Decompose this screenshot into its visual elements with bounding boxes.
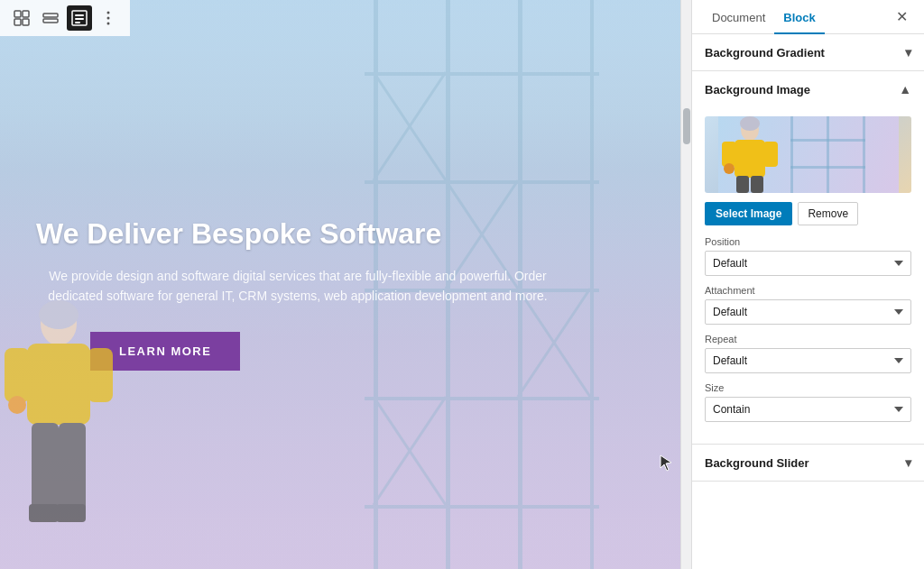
svg-rect-21: [365, 505, 599, 509]
svg-rect-45: [790, 166, 865, 169]
svg-rect-49: [722, 142, 736, 167]
svg-rect-42: [827, 116, 829, 193]
repeat-field-group: Repeat Default No Repeat Tile Tile Horiz…: [705, 334, 911, 373]
section-background-image-body: Select Image Remove Position Default Cen…: [692, 107, 924, 444]
svg-rect-1: [23, 11, 29, 17]
svg-rect-3: [23, 19, 29, 25]
svg-rect-38: [29, 504, 59, 522]
repeat-label: Repeat: [705, 334, 911, 344]
svg-rect-32: [27, 344, 90, 425]
person-figure: [0, 298, 117, 569]
layout-icon-grid[interactable]: [9, 5, 34, 31]
position-select[interactable]: Default Center Center Top Left Top Cente…: [705, 251, 911, 276]
select-image-button[interactable]: Select Image: [705, 202, 792, 225]
position-label: Position: [705, 236, 911, 247]
panel-content: Background Gradient ▾ Background Image ▲: [692, 34, 924, 569]
chevron-gradient-icon: ▾: [905, 45, 911, 60]
editor-area: We Deliver Bespoke Software We provide d…: [0, 0, 680, 569]
svg-point-47: [740, 116, 760, 131]
repeat-select[interactable]: Default No Repeat Tile Tile Horizontally…: [705, 348, 911, 373]
position-field-group: Position Default Center Center Top Left …: [705, 236, 911, 276]
section-background-slider: Background Slider ▾: [692, 445, 924, 482]
background-image-preview: [705, 116, 911, 193]
section-background-image-header[interactable]: Background Image ▲: [692, 71, 924, 107]
hero-section: We Deliver Bespoke Software We provide d…: [0, 0, 680, 569]
right-panel: Document Block ✕ Background Gradient ▾ B…: [691, 0, 924, 569]
svg-rect-53: [751, 176, 763, 193]
more-options-icon[interactable]: [96, 5, 121, 31]
svg-rect-20: [365, 397, 599, 400]
svg-rect-0: [14, 11, 21, 17]
chevron-slider-icon: ▾: [905, 455, 911, 470]
attachment-select[interactable]: Default Scroll Fixed: [705, 299, 911, 325]
hero-title: We Deliver Bespoke Software: [36, 216, 559, 251]
scrollbar-thumb[interactable]: [683, 108, 690, 144]
svg-rect-44: [790, 139, 865, 142]
panel-tabs: Document Block ✕: [692, 0, 924, 34]
block-toolbar: [0, 0, 130, 36]
svg-point-10: [107, 12, 110, 14]
preview-inner: [705, 116, 911, 193]
svg-rect-18: [365, 180, 599, 184]
layout-icon-row[interactable]: [38, 5, 63, 31]
svg-point-11: [107, 17, 110, 20]
chevron-image-icon: ▲: [899, 82, 911, 96]
svg-rect-36: [32, 423, 59, 513]
layout-icon-block[interactable]: [67, 5, 92, 31]
svg-rect-5: [43, 19, 58, 23]
remove-image-button[interactable]: Remove: [798, 202, 858, 225]
svg-rect-39: [56, 504, 86, 522]
attachment-label: Attachment: [705, 285, 911, 296]
svg-point-31: [39, 300, 79, 329]
size-label: Size: [705, 382, 911, 393]
svg-rect-33: [5, 348, 30, 402]
svg-rect-43: [863, 116, 865, 193]
image-actions: Select Image Remove: [705, 202, 911, 225]
attachment-field-group: Attachment Default Scroll Fixed: [705, 285, 911, 325]
tab-document[interactable]: Document: [703, 0, 774, 33]
svg-point-35: [8, 396, 26, 414]
svg-rect-4: [43, 14, 58, 17]
tab-block[interactable]: Block: [774, 0, 824, 33]
svg-rect-50: [763, 142, 778, 167]
svg-rect-8: [75, 18, 84, 20]
svg-rect-17: [365, 72, 599, 76]
section-background-slider-header[interactable]: Background Slider ▾: [692, 445, 924, 481]
section-background-gradient-header[interactable]: Background Gradient ▾: [692, 34, 924, 70]
size-field-group: Size Contain Cover Auto: [705, 382, 911, 422]
svg-point-51: [724, 163, 735, 174]
svg-rect-52: [736, 176, 749, 193]
svg-rect-37: [59, 423, 86, 513]
svg-rect-41: [790, 116, 793, 193]
svg-rect-34: [88, 348, 113, 402]
svg-point-12: [107, 23, 110, 25]
svg-rect-2: [14, 19, 21, 25]
svg-rect-16: [590, 0, 594, 569]
section-background-gradient: Background Gradient ▾: [692, 34, 924, 71]
size-select[interactable]: Contain Cover Auto: [705, 397, 911, 422]
svg-rect-9: [75, 22, 80, 23]
svg-rect-48: [735, 140, 765, 178]
section-background-image: Background Image ▲: [692, 71, 924, 445]
svg-rect-7: [75, 14, 84, 16]
editor-scrollbar[interactable]: [680, 0, 691, 569]
panel-close-button[interactable]: ✕: [891, 5, 913, 29]
